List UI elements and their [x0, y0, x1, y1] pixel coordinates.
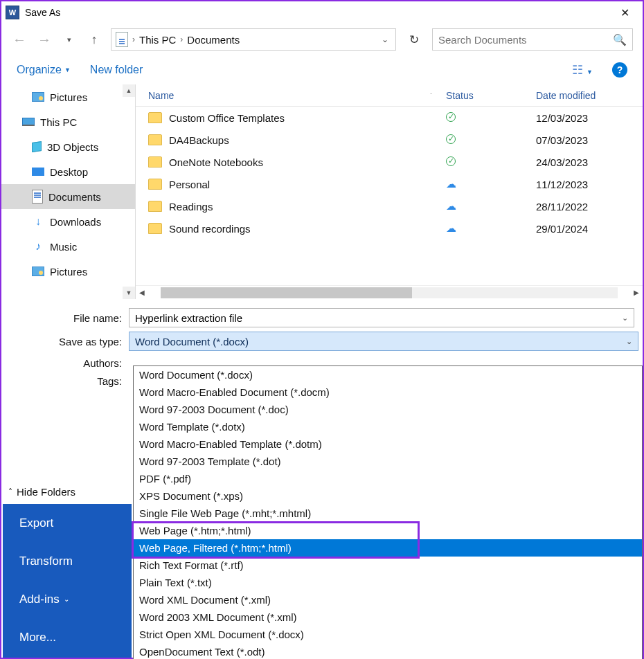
save-type-label: Save as type: — [1, 336, 129, 347]
sync-ok-icon: ✓ — [446, 134, 536, 146]
chevron-down-icon[interactable]: ⌄ — [626, 337, 632, 346]
chevron-down-icon: ⌄ — [64, 595, 69, 603]
type-option[interactable]: Word 97-2003 Template (*.dot) — [134, 453, 642, 470]
column-date[interactable]: Date modified — [536, 90, 643, 101]
backstage-more[interactable]: More... — [3, 618, 132, 656]
type-option[interactable]: XPS Document (*.xps) — [134, 487, 642, 505]
sidebar-item-documents[interactable]: Documents — [1, 184, 135, 209]
type-option[interactable]: Word Template (*.dotx) — [134, 418, 642, 435]
chevron-down-icon: ▼ — [64, 66, 71, 73]
type-option[interactable]: Word 2003 XML Document (*.xml) — [134, 608, 642, 626]
filename-input[interactable]: Hyperlink extraction file ⌄ — [129, 308, 634, 327]
type-option[interactable]: Strict Open XML Document (*.docx) — [134, 626, 642, 643]
folder-row[interactable]: Personal☁11/12/2023 — [136, 173, 643, 195]
scroll-right-icon[interactable]: ▶ — [630, 289, 643, 296]
breadcrumb-documents[interactable]: Documents — [187, 34, 240, 46]
sync-ok-icon: ✓ — [446, 156, 536, 168]
tags-label: Tags: — [1, 375, 129, 387]
scrollbar-thumb[interactable] — [161, 287, 412, 298]
up-icon[interactable]: ↑ — [86, 33, 102, 47]
organize-button[interactable]: Organize ▼ — [17, 64, 71, 76]
scroll-left-icon[interactable]: ◀ — [136, 289, 148, 296]
type-option[interactable]: Single File Web Page (*.mht;*.mhtml) — [134, 505, 642, 522]
column-headers: Nameˆ Status Date modified — [136, 84, 643, 107]
titlebar: W Save As ✕ — [1, 1, 643, 24]
folder-icon — [148, 156, 162, 168]
folder-row[interactable]: Sound recordings☁29/01/2024 — [136, 217, 643, 240]
type-option[interactable]: OpenDocument Text (*.odt) — [134, 643, 642, 659]
type-option[interactable]: Word 97-2003 Document (*.doc) — [134, 401, 642, 418]
search-icon[interactable]: 🔍 — [613, 33, 627, 46]
help-icon[interactable]: ? — [612, 62, 627, 78]
chevron-right-icon[interactable]: › — [180, 35, 183, 44]
recent-dropdown-icon[interactable]: ▾ — [61, 35, 78, 44]
type-option[interactable]: Web Page, Filtered (*.htm;*.html) — [134, 539, 642, 557]
cloud-icon: ☁ — [446, 222, 536, 235]
forward-icon[interactable]: → — [36, 32, 53, 48]
folder-row[interactable]: Readings☁28/11/2022 — [136, 195, 643, 217]
horizontal-scrollbar[interactable]: ◀ ▶ — [136, 285, 643, 299]
column-name[interactable]: Nameˆ — [148, 90, 446, 101]
type-option[interactable]: PDF (*.pdf) — [134, 470, 642, 487]
navigation-bar: ← → ▾ ↑ › This PC › Documents ⌄ ↻ 🔍 — [1, 24, 643, 55]
folder-icon — [148, 201, 162, 212]
breadcrumb-this-pc[interactable]: This PC — [139, 34, 176, 46]
chevron-down-icon[interactable]: ⌄ — [622, 314, 628, 323]
backstage-addins[interactable]: Add-ins⌄ — [3, 580, 132, 618]
close-button[interactable]: ✕ — [611, 3, 638, 22]
sidebar-item-3d-objects[interactable]: 3D Objects — [1, 134, 135, 159]
view-options-icon[interactable]: ☷ ▼ — [572, 62, 593, 78]
type-option[interactable]: Rich Text Format (*.rtf) — [134, 557, 642, 574]
cloud-icon: ☁ — [446, 178, 536, 190]
column-status[interactable]: Status — [446, 90, 536, 101]
window-title: Save As — [25, 7, 60, 18]
sidebar-item-this-pc[interactable]: This PC — [1, 109, 135, 134]
folder-icon — [148, 223, 162, 234]
sidebar-item-pictures[interactable]: Pictures — [1, 84, 135, 109]
search-field[interactable] — [438, 34, 613, 46]
folder-row[interactable]: Custom Office Templates✓12/03/2023 — [136, 107, 643, 129]
back-icon[interactable]: ← — [11, 32, 28, 48]
sidebar-item-music[interactable]: ♪Music — [1, 234, 135, 259]
save-type-select[interactable]: Word Document (*.docx) ⌄ — [129, 332, 638, 351]
search-input[interactable]: 🔍 — [432, 28, 633, 51]
address-bar[interactable]: › This PC › Documents ⌄ — [111, 28, 396, 51]
cloud-icon: ☁ — [446, 200, 536, 213]
folder-icon — [148, 179, 162, 190]
type-option[interactable]: Plain Text (*.txt) — [134, 574, 642, 591]
type-option[interactable]: Word Macro-Enabled Template (*.dotm) — [134, 435, 642, 453]
type-option[interactable]: Word Document (*.docx) — [134, 366, 642, 383]
sidebar-item-pictures[interactable]: Pictures — [1, 259, 135, 284]
file-list-pane: Nameˆ Status Date modified Custom Office… — [136, 84, 643, 299]
backstage-transform[interactable]: Transform — [3, 542, 132, 580]
folder-icon — [148, 134, 162, 145]
authors-label: Authors: — [1, 357, 129, 369]
scroll-down-icon[interactable]: ▼ — [123, 287, 135, 299]
type-option[interactable]: Web Page (*.htm;*.html) — [134, 522, 642, 539]
folder-row[interactable]: DA4Backups✓07/03/2023 — [136, 129, 643, 151]
type-option[interactable]: Word XML Document (*.xml) — [134, 591, 642, 608]
address-dropdown-icon[interactable]: ⌄ — [379, 35, 391, 44]
word-backstage-panel: Export Transform Add-ins⌄ More... — [3, 504, 132, 658]
sidebar-item-downloads[interactable]: ↓Downloads — [1, 209, 135, 234]
location-icon — [116, 32, 128, 47]
chevron-up-icon: ˄ — [8, 487, 12, 497]
save-type-dropdown[interactable]: Word Document (*.docx)Word Macro-Enabled… — [133, 365, 643, 659]
folder-row[interactable]: OneNote Notebooks✓24/03/2023 — [136, 151, 643, 173]
sidebar-item-desktop[interactable]: Desktop — [1, 159, 135, 184]
filename-label: File name: — [1, 312, 129, 324]
backstage-export[interactable]: Export — [3, 504, 132, 542]
hide-folders-toggle[interactable]: ˄ Hide Folders — [8, 486, 75, 498]
new-folder-button[interactable]: New folder — [90, 64, 143, 76]
sort-caret-icon: ˆ — [430, 92, 432, 98]
type-option[interactable]: Word Macro-Enabled Document (*.docm) — [134, 383, 642, 401]
folder-icon — [148, 112, 162, 123]
refresh-icon[interactable]: ↻ — [404, 33, 424, 47]
navigation-tree: ▲ PicturesThis PC3D ObjectsDesktopDocume… — [1, 84, 136, 299]
chevron-right-icon[interactable]: › — [132, 35, 135, 44]
word-app-icon: W — [6, 6, 19, 19]
scroll-up-icon[interactable]: ▲ — [123, 84, 135, 97]
sync-ok-icon: ✓ — [446, 112, 536, 124]
dialog-toolbar: Organize ▼ New folder ☷ ▼ ? — [1, 55, 643, 84]
